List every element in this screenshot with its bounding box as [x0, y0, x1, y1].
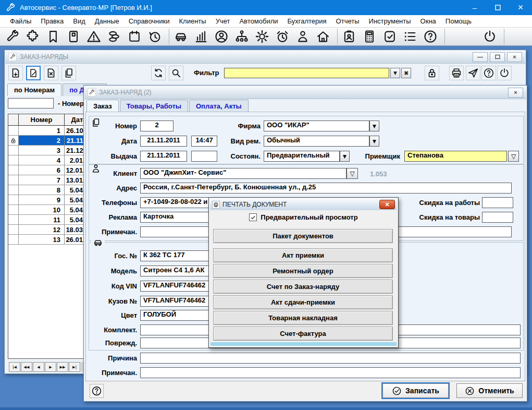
journal-icon[interactable]	[66, 29, 81, 44]
doc-delete-icon[interactable]	[44, 66, 58, 80]
tab-Оплата, Акты[interactable]: Оплата, Акты	[189, 100, 249, 112]
calculator-icon[interactable]	[362, 29, 377, 44]
time-field[interactable]: 14:47	[191, 136, 217, 147]
menu-item-Справочники[interactable]: Справочники	[124, 17, 175, 25]
print-dialog-titlebar[interactable]: ПЕЧТАТЬ ДОКУМЕНТ ✕	[210, 199, 397, 210]
menu-item-Клиенты[interactable]: Клиенты	[175, 17, 211, 25]
cancel-button[interactable]: Отменить	[456, 383, 523, 398]
menu-item-Данные[interactable]: Данные	[90, 17, 124, 25]
issue-date-field[interactable]: 21.11.2011	[140, 151, 187, 162]
menu-item-Правка[interactable]: Правка	[36, 17, 68, 25]
car-icon[interactable]	[174, 29, 188, 44]
order-window-titlebar[interactable]: ЗАКАЗ-НАРЯД (2) ×	[84, 86, 526, 99]
address-field[interactable]: Россия, г.Санкт-Петербург, Б. Конюшенная…	[140, 183, 512, 194]
warning-icon[interactable]	[86, 29, 101, 44]
menu-item-Файлы[interactable]: Файлы	[5, 17, 36, 25]
number-field[interactable]: 2	[140, 120, 174, 131]
help-icon[interactable]	[90, 384, 104, 398]
menu-item-Помощь[interactable]: Помощь	[441, 17, 476, 25]
state-dropdown-button[interactable]: ▼	[340, 151, 350, 162]
copy-docs-icon[interactable]	[61, 66, 76, 80]
menu-item-Инструменты[interactable]: Инструменты	[364, 17, 416, 25]
bullet-list-icon[interactable]	[403, 29, 417, 44]
menu-item-Вид[interactable]: Вид	[68, 17, 90, 25]
goods-discount-field[interactable]	[482, 212, 513, 223]
filter-clear-button[interactable]: ✖	[401, 68, 411, 78]
contact-card-icon[interactable]	[342, 29, 356, 44]
print-button-Счет-фактура[interactable]: Счет-фактура	[213, 327, 393, 341]
orders-window-titlebar[interactable]: ЗАКАЗ-НАРЯДЫ — ×	[5, 51, 525, 64]
next-record-button[interactable]: ▶	[45, 362, 56, 372]
bookmark-icon[interactable]	[46, 29, 60, 44]
help-icon[interactable]	[481, 66, 496, 80]
orders-restore-button[interactable]	[490, 52, 505, 62]
number-filter-input[interactable]	[8, 98, 54, 108]
user-circle-icon[interactable]	[214, 29, 229, 44]
filter-dropdown-button[interactable]: ▼	[390, 68, 400, 78]
send-icon[interactable]	[466, 66, 480, 80]
work-discount-field[interactable]	[482, 197, 513, 208]
repair-type-dropdown-button[interactable]: ▼	[369, 136, 379, 147]
lock-icon[interactable]	[425, 66, 439, 80]
home-icon[interactable]	[316, 29, 330, 44]
gear-icon[interactable]	[255, 29, 269, 44]
coins-icon[interactable]	[107, 29, 121, 44]
wrench-icon[interactable]	[5, 29, 20, 44]
reason-field[interactable]	[140, 353, 521, 364]
tab-Заказ[interactable]: Заказ	[86, 100, 119, 112]
maximize-button[interactable]	[486, 0, 509, 15]
close-button[interactable]: ×	[509, 0, 532, 15]
receiver-field[interactable]: Степанова	[404, 151, 507, 162]
print-dialog-close-button[interactable]: ✕	[379, 200, 395, 209]
print-button-Акт сдачи-приемки[interactable]: Акт сдачи-приемки	[213, 295, 393, 309]
fast-forward-button[interactable]: ▶▶	[57, 362, 68, 372]
menu-item-Отчеты[interactable]: Отчеты	[331, 17, 364, 25]
history-icon[interactable]	[147, 29, 162, 44]
doc-edit-icon[interactable]	[26, 66, 41, 80]
hierarchy-icon[interactable]	[234, 29, 249, 44]
print-icon[interactable]	[449, 66, 464, 80]
prev-record-button[interactable]: ◀	[33, 362, 44, 372]
preview-checkbox[interactable]	[249, 213, 257, 221]
client-field[interactable]: ООО "ДжипХит- Сервис"	[140, 168, 347, 179]
state-select[interactable]: Предварительный	[264, 151, 340, 162]
menu-item-Автомобили[interactable]: Автомобили	[234, 17, 282, 25]
alarm-clock-icon[interactable]	[275, 29, 290, 44]
first-record-button[interactable]: |◀	[9, 362, 20, 372]
fast-back-button[interactable]: ◀◀	[21, 362, 32, 372]
doc-new-icon[interactable]	[8, 66, 23, 80]
menu-item-Окна[interactable]: Окна	[416, 17, 441, 25]
filter-input[interactable]	[224, 68, 389, 78]
print-button-Счет по Заказ-наряду[interactable]: Счет по Заказ-наряду	[213, 280, 393, 294]
column-header-number[interactable]: Номер	[19, 114, 65, 125]
firm-dropdown-button[interactable]: ▼	[369, 120, 379, 131]
print-button-Акт приемки[interactable]: Акт приемки	[213, 248, 393, 262]
minimize-button[interactable]: –	[463, 0, 486, 15]
puzzle-icon[interactable]	[26, 29, 40, 44]
orders-close-button[interactable]: ×	[507, 52, 522, 62]
task-check-icon[interactable]	[382, 29, 397, 44]
search-icon[interactable]	[169, 66, 183, 80]
repair-type-select[interactable]: Обычный	[264, 136, 369, 147]
tab-Товары, Работы[interactable]: Товары, Работы	[120, 100, 188, 112]
person-icon[interactable]	[295, 29, 310, 44]
date-field[interactable]: 21.11.2011	[140, 136, 187, 147]
power-icon[interactable]	[482, 29, 497, 44]
save-button[interactable]: Записать	[382, 383, 449, 398]
exit-icon[interactable]	[497, 66, 512, 80]
receiver-dropdown-button[interactable]: ▽	[508, 151, 519, 162]
client-dropdown-button[interactable]: ▽	[347, 168, 358, 179]
menu-item-Учет[interactable]: Учет	[211, 17, 235, 25]
orders-minimize-button[interactable]: —	[473, 52, 488, 62]
calendar-icon[interactable]	[127, 29, 142, 44]
note2-field[interactable]	[140, 367, 521, 378]
last-record-button[interactable]: ▶|	[69, 362, 80, 372]
help-icon[interactable]	[423, 29, 438, 44]
menu-item-Бухгалтерия[interactable]: Бухгалтерия	[283, 17, 331, 25]
issue-time-field[interactable]	[191, 151, 217, 162]
order-close-button[interactable]: ×	[508, 88, 523, 98]
print-button-Пакет документов[interactable]: Пакет документов	[213, 229, 393, 243]
bar-chart-icon[interactable]	[194, 29, 208, 44]
tab-по Номерам[interactable]: по Номерам	[7, 83, 61, 96]
firm-select[interactable]: ООО "ИКАР"	[264, 120, 369, 131]
